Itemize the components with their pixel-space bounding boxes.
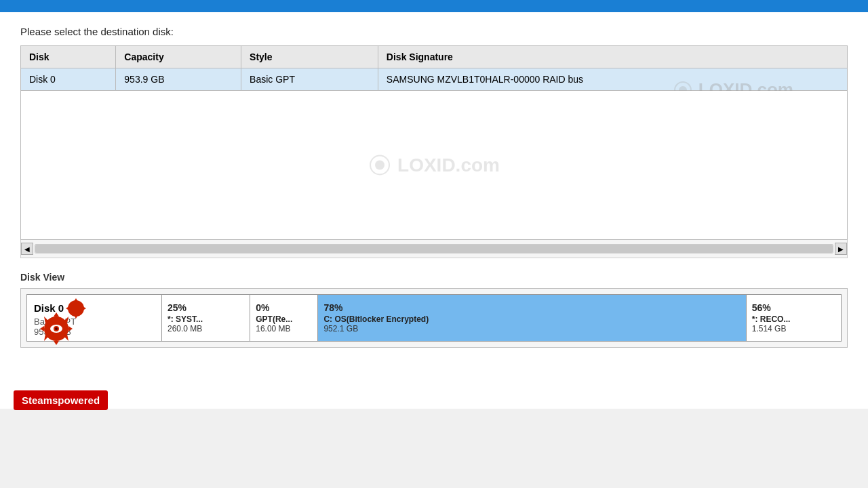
table-wrapper: LOXID.com Disk Capacity Style Disk Signa… [20,45,848,240]
disk-info-cell: Disk 0 Basic GPT 953.9 GB [26,294,162,342]
scroll-thumb [35,245,833,253]
part-3-name: *: RECO... [752,314,835,324]
col-signature: Disk Signature [378,46,847,68]
disk-type: Basic GPT [34,317,155,327]
scroll-left-arrow[interactable]: ◀ [21,243,33,255]
partition-cell-3[interactable]: 56% *: RECO... 1.514 GB [747,294,842,342]
empty-row: LOXID.com [21,91,848,240]
col-capacity: Capacity [116,46,241,68]
disk-view-section: Disk View [0,265,868,354]
cell-style: Basic GPT [241,68,378,91]
part-3-size: 1.514 GB [752,324,835,333]
partition-cell-0[interactable]: 25% *: SYST... 260.0 MB [162,294,250,342]
disk-name: Disk 0 [34,302,155,314]
part-3-percent: 56% [752,302,835,313]
cell-disk: Disk 0 [21,68,116,91]
table-row[interactable]: Disk 0 953.9 GB Basic GPT SAMSUNG MZVLB1… [21,68,848,91]
cell-signature: SAMSUNG MZVLB1T0HALR-00000 RAID bus [378,68,847,91]
steamspowered-label: Steamspowered [14,390,108,410]
disk-size: 953.9 GB [34,327,155,337]
cell-capacity: 953.9 GB [116,68,241,91]
partitions-container: 25% *: SYST... 260.0 MB 0% GPT(Re... 16.… [162,294,842,342]
svg-point-3 [375,160,384,169]
instruction-text: Please select the destination disk: [20,26,848,37]
part-0-size: 260.0 MB [167,324,244,333]
part-1-percent: 0% [256,302,312,313]
top-bar [0,0,868,12]
main-content: Please select the destination disk: LOXI… [0,12,868,265]
bottom-area [0,354,868,409]
scroll-right-arrow[interactable]: ▶ [835,243,847,255]
part-1-name: GPT(Re... [256,314,312,324]
col-style: Style [241,46,378,68]
disk-row: Disk 0 Basic GPT 953.9 GB 25% *: SYST...… [26,294,842,342]
partition-cell-2[interactable]: 78% C: OS(Bitlocker Encrypted) 952.1 GB [318,294,746,342]
part-1-size: 16.00 MB [256,324,312,333]
disk-view-label: Disk View [20,272,848,283]
disk-view-container: Disk 0 Basic GPT 953.9 GB 25% *: SYST...… [20,288,848,348]
table-header-row: Disk Capacity Style Disk Signature [21,46,848,68]
part-0-percent: 25% [167,302,244,313]
part-0-name: *: SYST... [167,314,244,324]
scrollbar[interactable]: ◀ ▶ [20,240,848,258]
part-2-name: C: OS(Bitlocker Encrypted) [323,314,740,324]
partition-cell-1[interactable]: 0% GPT(Re... 16.00 MB [250,294,318,342]
disk-table: Disk Capacity Style Disk Signature Disk … [20,45,848,240]
col-disk: Disk [21,46,116,68]
part-2-size: 952.1 GB [323,324,740,333]
scroll-track[interactable] [35,244,833,253]
part-2-percent: 78% [323,302,740,313]
